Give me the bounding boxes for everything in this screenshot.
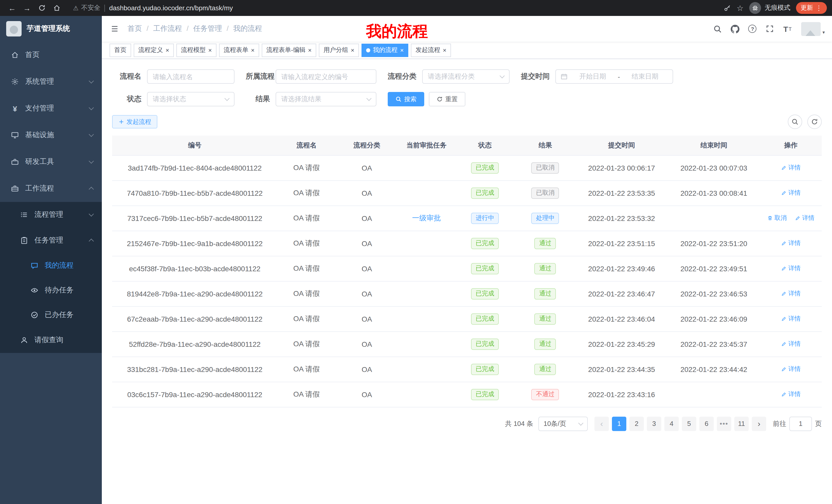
tab-label: 流程定义 — [138, 46, 163, 54]
sidebar-item-payment-management[interactable]: ¥ 支付管理 — [0, 95, 102, 122]
help-icon[interactable]: ? — [745, 21, 760, 36]
key-icon[interactable] — [723, 4, 731, 12]
cancel-link[interactable]: 取消 — [767, 214, 787, 222]
pagination-next-button[interactable]: › — [752, 416, 766, 431]
tab-close-icon[interactable]: × — [208, 47, 212, 54]
sidebar-item-infrastructure[interactable]: 基础设施 — [0, 122, 102, 148]
sidebar-item-home[interactable]: 首页 — [0, 41, 102, 68]
pagination-page-button[interactable]: ••• — [717, 416, 731, 431]
toggle-search-button[interactable] — [788, 115, 802, 129]
start-process-button[interactable]: 发起流程 — [112, 115, 157, 129]
security-warning[interactable]: ⚠ 不安全 — [73, 4, 101, 12]
tab-close-icon[interactable]: × — [308, 47, 312, 54]
pagination-page-button[interactable]: 2 — [629, 416, 644, 431]
process-name-input[interactable] — [147, 69, 234, 84]
status-badge: 已完成 — [471, 237, 499, 249]
tab[interactable]: 流程表单 × — [219, 44, 259, 57]
tab-close-icon[interactable]: × — [251, 47, 255, 54]
status-badge: 已完成 — [471, 389, 499, 400]
reload-icon[interactable] — [35, 1, 49, 15]
tab-close-icon[interactable]: × — [165, 47, 169, 54]
tab[interactable]: 发起流程 × — [411, 44, 451, 57]
breadcrumb-item[interactable]: 任务管理 — [182, 24, 222, 33]
tab-label: 首页 — [114, 46, 127, 54]
address-bar[interactable]: ⚠ 不安全 dashboard.yudao.iocoder.cn/bpm/tas… — [73, 4, 722, 12]
status-select[interactable]: 请选择状态 — [147, 92, 234, 106]
pagination-page-button[interactable]: 6 — [699, 416, 714, 431]
tab[interactable]: 流程定义 × — [134, 44, 174, 57]
pagination-goto-input[interactable] — [789, 416, 812, 431]
category-select[interactable]: 请选择流程分类 — [422, 69, 510, 84]
sidebar-item-system-management[interactable]: 系统管理 — [0, 68, 102, 95]
bookmark-star-icon[interactable]: ☆ — [737, 3, 744, 12]
tab-close-icon[interactable]: × — [351, 47, 354, 54]
chevron-down-icon — [89, 78, 94, 83]
detail-link[interactable]: 详情 — [781, 163, 801, 172]
avatar — [801, 22, 821, 36]
font-size-icon[interactable]: TT — [780, 21, 795, 36]
detail-link[interactable]: 详情 — [781, 314, 801, 323]
breadcrumb-item[interactable]: 工作流程 — [142, 24, 182, 33]
app-logo-row[interactable]: 芋道管理系统 — [0, 16, 102, 41]
incognito-badge[interactable]: 无痕模式 — [749, 2, 790, 14]
sidebar-item-dev-tools[interactable]: 研发工具 — [0, 148, 102, 175]
pagination-page-button[interactable]: 11 — [734, 416, 749, 431]
detail-link[interactable]: 详情 — [781, 365, 801, 373]
page-size-select[interactable]: 10条/页 — [538, 416, 588, 431]
sidebar-item-done-tasks[interactable]: 已办任务 — [0, 303, 102, 327]
process-category: OA — [362, 164, 372, 172]
sidebar-item-workflow[interactable]: 工作流程 — [0, 175, 102, 202]
breadcrumb-item[interactable]: 首页 — [128, 24, 142, 33]
back-icon[interactable]: ← — [5, 1, 19, 15]
pagination-page-button[interactable]: 1 — [612, 416, 626, 431]
detail-link[interactable]: 详情 — [781, 189, 801, 197]
tab[interactable]: 流程模型 × — [176, 44, 216, 57]
menu-dots-icon[interactable]: ⋮ — [815, 5, 822, 11]
pagination-page-button[interactable]: 3 — [647, 416, 661, 431]
search-icon[interactable] — [710, 21, 725, 36]
table-row: ec45f38f-7b9a-11ec-b03b-acde48001122 OA … — [112, 256, 822, 281]
detail-link[interactable]: 详情 — [781, 289, 801, 298]
sidebar-item-todo-tasks[interactable]: 待办任务 — [0, 278, 102, 303]
filter-category-label: 流程分类 — [388, 72, 422, 81]
home-icon[interactable] — [50, 1, 64, 15]
home-icon — [10, 50, 20, 60]
tab[interactable]: 我的流程 × — [362, 44, 408, 57]
pagination-page-button[interactable]: 4 — [665, 416, 679, 431]
pagination-page-button[interactable]: 5 — [682, 416, 696, 431]
refresh-button[interactable] — [807, 115, 822, 129]
detail-link[interactable]: 详情 — [781, 340, 801, 348]
tab[interactable]: 首页 × — [109, 44, 131, 57]
sidebar-item-leave-query[interactable]: 请假查询 — [0, 327, 102, 353]
pagination-prev-button[interactable]: ‹ — [594, 416, 609, 431]
github-icon[interactable] — [727, 21, 743, 36]
detail-link[interactable]: 详情 — [781, 390, 801, 399]
user-menu[interactable]: ▾ — [801, 22, 825, 36]
submit-time-range-picker[interactable]: 开始日期 - 结束日期 — [555, 69, 673, 84]
pagination-goto: 前往 页 — [773, 416, 822, 431]
fullscreen-icon[interactable] — [762, 21, 778, 36]
result-select[interactable]: 请选择流结果 — [276, 92, 376, 106]
process-key-input[interactable] — [276, 69, 376, 84]
forward-icon[interactable]: → — [20, 1, 34, 15]
current-task-link[interactable]: 一级审批 — [412, 214, 441, 222]
tab-close-icon[interactable]: × — [443, 47, 446, 54]
tab[interactable]: 用户分组 × — [319, 44, 359, 57]
sidebar-item-my-processes[interactable]: 我的流程 — [0, 253, 102, 278]
filter-name-label: 流程名 — [112, 72, 147, 81]
sidebar-item-process-management[interactable]: 流程管理 — [0, 202, 102, 228]
search-button[interactable]: 搜索 — [388, 92, 424, 106]
tab[interactable]: 流程表单-编辑 × — [262, 44, 316, 57]
toolbox-icon — [10, 157, 20, 166]
detail-link[interactable]: 详情 — [795, 214, 814, 222]
sidebar-toggle-icon[interactable] — [102, 16, 128, 41]
caret-down-icon: ▾ — [823, 30, 825, 36]
update-button[interactable]: 更新 ⋮ — [796, 2, 827, 14]
detail-link[interactable]: 详情 — [781, 239, 801, 248]
breadcrumb-item[interactable]: 我的流程 — [222, 24, 262, 33]
tab-close-icon[interactable]: × — [400, 47, 404, 54]
detail-link[interactable]: 详情 — [781, 264, 801, 273]
sidebar-item-task-management[interactable]: 任务管理 — [0, 228, 102, 253]
reset-button[interactable]: 重置 — [429, 92, 465, 106]
result-badge: 通过 — [535, 363, 556, 375]
